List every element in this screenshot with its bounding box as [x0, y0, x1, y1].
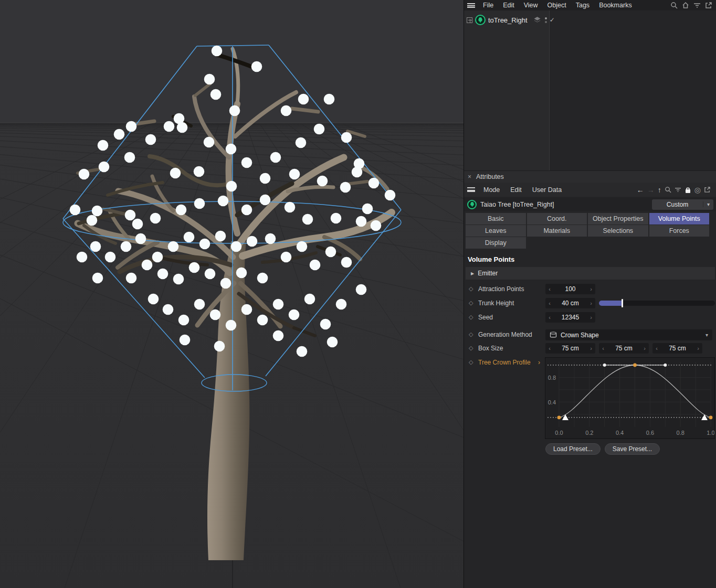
slider-handle[interactable]: [622, 299, 623, 307]
trunk-height-input[interactable]: ‹ 40 cm ›: [545, 298, 595, 308]
visibility-dots-icon[interactable]: [545, 17, 547, 23]
back-icon[interactable]: ←: [635, 186, 646, 194]
box-size-input-z[interactable]: ‹75 cm›: [652, 343, 702, 354]
svg-text:0.8: 0.8: [677, 430, 685, 436]
box-size-value[interactable]: 75 cm: [661, 345, 694, 352]
generation-method-dropdown[interactable]: Crown Shape ▾: [545, 329, 712, 340]
box-size-value[interactable]: 75 cm: [554, 345, 587, 352]
attr-filter-icon[interactable]: [673, 187, 683, 193]
save-preset-button[interactable]: Save Preset...: [605, 443, 660, 455]
target-icon[interactable]: ◎: [693, 186, 702, 194]
attributes-menu-edit[interactable]: Edit: [505, 186, 527, 194]
menu-hamburger-icon[interactable]: [467, 3, 475, 8]
curve-control-point[interactable]: [709, 415, 713, 419]
object-row[interactable]: toTree_Right ✓: [465, 14, 712, 26]
box-size-input-y[interactable]: ‹75 cm›: [599, 343, 649, 354]
seed-value[interactable]: 12345: [554, 314, 587, 321]
tab-forces[interactable]: Forces: [649, 225, 710, 237]
emitter-group-bar[interactable]: ▶ Emitter: [466, 267, 715, 280]
viewport-3d[interactable]: [0, 0, 464, 588]
spinner-increment-icon[interactable]: ›: [640, 345, 649, 351]
keyframe-diamond-icon[interactable]: ◇: [469, 331, 473, 338]
seed-label: Seed: [478, 314, 493, 321]
menu-item-object[interactable]: Object: [543, 2, 571, 9]
row-generation-method: ◇ Generation Method Crown Shape ▾: [464, 329, 716, 341]
menu-item-edit[interactable]: Edit: [498, 2, 519, 9]
tab-leaves[interactable]: Leaves: [466, 225, 526, 237]
spinner-increment-icon[interactable]: ›: [694, 345, 702, 351]
box-size-label: Box Size: [478, 345, 503, 352]
attributes-menu-user-data[interactable]: User Data: [527, 186, 567, 194]
keyframe-diamond-icon[interactable]: ◇: [469, 314, 473, 320]
spinner-increment-icon[interactable]: ›: [587, 314, 595, 320]
menu-item-tags[interactable]: Tags: [571, 2, 594, 9]
keyframe-diamond-icon[interactable]: ◇: [469, 300, 473, 306]
keyframe-diamond-icon[interactable]: ◇: [469, 359, 473, 366]
spinner-increment-icon[interactable]: ›: [587, 300, 595, 306]
svg-text:0.4: 0.4: [616, 430, 624, 436]
filter-icon[interactable]: [693, 2, 701, 8]
home-icon[interactable]: [682, 2, 689, 9]
profile-chevron-icon[interactable]: ›: [538, 359, 540, 366]
row-trunk-height: ◇ Trunk Height ‹ 40 cm ›: [464, 298, 716, 309]
attraction-points-input[interactable]: ‹ 100 ›: [545, 284, 595, 294]
tab-coord-[interactable]: Coord.: [527, 213, 587, 224]
external-link-icon[interactable]: [705, 2, 712, 9]
up-icon[interactable]: ↑: [656, 186, 663, 194]
seed-input[interactable]: ‹ 12345 ›: [545, 312, 595, 323]
enabled-check-icon[interactable]: ✓: [550, 16, 555, 24]
attr-external-link-icon[interactable]: [702, 186, 712, 193]
spinner-decrement-icon[interactable]: ‹: [545, 286, 554, 292]
object-name[interactable]: toTree_Right: [488, 16, 528, 24]
menu-item-file[interactable]: File: [478, 2, 498, 9]
keyframe-diamond-icon[interactable]: ◇: [469, 285, 473, 292]
spinner-decrement-icon[interactable]: ‹: [599, 345, 607, 351]
spinner-increment-icon[interactable]: ›: [587, 345, 595, 351]
lock-icon[interactable]: [683, 186, 693, 194]
svg-text:0.8: 0.8: [548, 375, 556, 381]
trunk-height-value[interactable]: 40 cm: [554, 300, 587, 307]
keyframe-diamond-icon[interactable]: ◇: [469, 345, 473, 351]
tab-object-properties[interactable]: Object Properties: [588, 213, 648, 224]
load-preset-button[interactable]: Load Preset...: [545, 443, 601, 455]
forward-icon[interactable]: →: [646, 186, 656, 194]
close-icon[interactable]: ×: [468, 173, 471, 180]
menu-item-bookmarks[interactable]: Bookmarks: [594, 2, 637, 9]
box-size-input-x[interactable]: ‹75 cm›: [545, 343, 595, 354]
tree-object-icon: [475, 15, 486, 25]
spinner-decrement-icon[interactable]: ‹: [545, 300, 554, 306]
crown-shape-icon: [550, 332, 557, 338]
preset-dropdown[interactable]: Custom ▾: [652, 199, 713, 210]
curve-control-point[interactable]: [557, 415, 561, 419]
tab-basic[interactable]: Basic: [466, 213, 526, 224]
svg-text:0.2: 0.2: [585, 430, 593, 436]
tree-crown-profile-curve-editor[interactable]: 0.40.80.00.20.40.60.81.0: [545, 357, 715, 439]
scene-canvas: [0, 0, 464, 588]
tab-selections[interactable]: Selections: [588, 225, 648, 237]
spinner-decrement-icon[interactable]: ‹: [545, 314, 554, 320]
row-seed: ◇ Seed ‹ 12345 ›: [464, 312, 716, 324]
spinner-decrement-icon[interactable]: ‹: [545, 345, 554, 351]
tab-display[interactable]: Display: [466, 237, 526, 249]
spinner-increment-icon[interactable]: ›: [587, 286, 595, 292]
attraction-points-value[interactable]: 100: [554, 285, 587, 293]
attraction-points-label: Attraction Points: [478, 285, 524, 293]
layers-icon[interactable]: [533, 16, 541, 24]
box-size-value[interactable]: 75 cm: [607, 345, 640, 352]
curve-control-point[interactable]: [633, 364, 637, 367]
tab-materials[interactable]: Materials: [527, 225, 587, 237]
spinner-decrement-icon[interactable]: ‹: [652, 345, 661, 351]
attributes-hamburger-icon[interactable]: [467, 187, 475, 192]
generation-method-label: Generation Method: [478, 331, 532, 338]
menu-bar-icons: [670, 2, 712, 9]
trunk-height-slider[interactable]: [599, 301, 715, 306]
menu-item-view[interactable]: View: [519, 2, 543, 9]
selected-object-label: Taiao Tree [toTree_Right]: [480, 201, 554, 208]
tab-volume-points[interactable]: Volume Points: [649, 213, 710, 224]
search-icon[interactable]: [670, 2, 678, 9]
attributes-toolbar: ModeEditUser Data ← → ↑ ◎: [464, 183, 716, 197]
chevron-down-icon: ▾: [703, 201, 713, 207]
expand-plus-icon[interactable]: [467, 17, 472, 23]
attributes-menu-mode[interactable]: Mode: [478, 186, 505, 194]
attr-search-icon[interactable]: [663, 186, 673, 193]
